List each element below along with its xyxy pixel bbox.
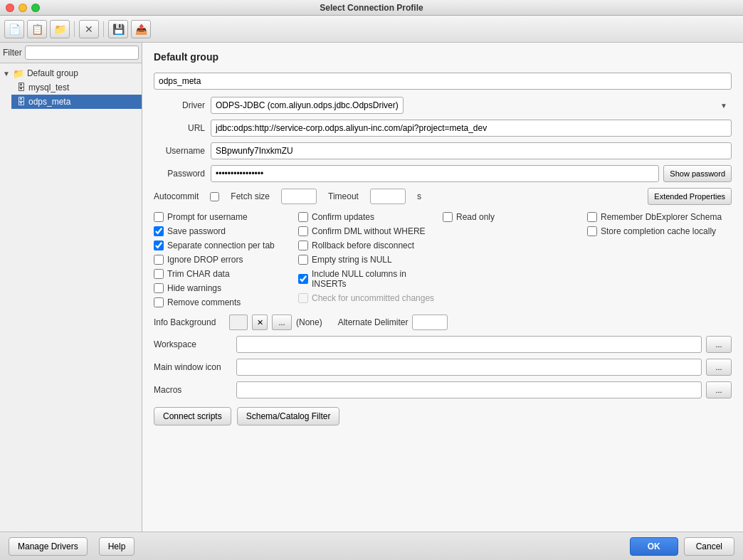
autocommit-checkbox[interactable] <box>210 192 219 201</box>
url-row: URL <box>154 120 732 137</box>
chk-uncommitted-input[interactable] <box>298 293 308 303</box>
username-label: Username <box>154 146 211 156</box>
cancel-button[interactable]: Cancel <box>684 537 734 556</box>
traffic-lights <box>6 4 40 12</box>
chk-empty-string-null: Empty string is NULL <box>298 255 443 265</box>
new-button[interactable]: 📄 <box>4 20 24 38</box>
fetch-size-input[interactable] <box>281 189 317 204</box>
folder-icon: 📁 <box>13 68 24 79</box>
workspace-input[interactable] <box>236 336 702 353</box>
export-button[interactable]: 📤 <box>131 20 151 38</box>
password-input[interactable] <box>211 165 659 182</box>
chk-rollback-input[interactable] <box>298 241 308 250</box>
extended-properties-button[interactable]: Extended Properties <box>648 188 732 205</box>
chk-remember-schema-input[interactable] <box>587 212 597 222</box>
chk-confirm-updates-input[interactable] <box>298 212 308 222</box>
filter-bar: Filter <box>0 43 142 63</box>
help-button[interactable]: Help <box>99 537 135 556</box>
timeout-input[interactable] <box>370 189 406 204</box>
filter-input[interactable] <box>25 46 139 60</box>
chk-include-null-input[interactable] <box>298 274 308 284</box>
password-label: Password <box>154 169 211 179</box>
tree-group-label: Default group <box>27 68 78 78</box>
checkboxes-section: Prompt for username Save password Separa… <box>154 212 732 307</box>
tree-item-odps-meta[interactable]: 🗄 odps_meta <box>11 95 142 109</box>
close-btn[interactable] <box>6 4 14 12</box>
tree-item-mysql-test[interactable]: 🗄 mysql_test <box>11 80 142 95</box>
scripts-row: Connect scripts Schema/Catalog Filter <box>154 407 732 426</box>
chk-confirm-updates-label: Confirm updates <box>312 212 374 222</box>
alt-delim-label: Alternate Delimiter <box>338 317 409 327</box>
chk-remove-comments-input[interactable] <box>154 297 164 307</box>
ok-button[interactable]: OK <box>630 537 678 556</box>
chk-rollback-label: Rollback before disconnect <box>312 241 414 250</box>
chk-include-null: Include NULL columns in INSERTs <box>298 269 443 289</box>
copy-button[interactable]: 📋 <box>27 20 47 38</box>
chk-confirm-dml-label: Confirm DML without WHERE <box>312 226 426 236</box>
driver-select[interactable]: ODPS-JDBC (com.aliyun.odps.jdbc.OdpsDriv… <box>211 97 404 114</box>
tree-item-label-odps: odps_meta <box>28 97 70 107</box>
checkbox-col-4: Remember DbExplorer Schema Store complet… <box>587 212 732 307</box>
delete-button[interactable]: ✕ <box>79 20 99 38</box>
fetch-size-label: Fetch size <box>231 191 270 201</box>
chk-prompt-username-input[interactable] <box>154 212 164 222</box>
timeout-unit: s <box>417 191 421 201</box>
db-icon-mysql: 🗄 <box>17 83 26 93</box>
workspace-label: Workspace <box>154 339 232 349</box>
chk-trim-char-label: Trim CHAR data <box>167 269 230 279</box>
window-title: Select Connection Profile <box>320 3 423 13</box>
chk-confirm-updates: Confirm updates <box>298 212 443 222</box>
chk-rollback: Rollback before disconnect <box>298 241 443 250</box>
checkbox-col-2: Confirm updates Confirm DML without WHER… <box>298 212 443 307</box>
main-window-icon-input[interactable] <box>236 359 702 376</box>
title-bar: Select Connection Profile <box>0 0 743 16</box>
chk-separate-conn: Separate connection per tab <box>154 241 298 250</box>
alt-delim-input[interactable] <box>412 315 448 330</box>
chk-ignore-drop-input[interactable] <box>154 255 164 265</box>
info-bg-color-box[interactable] <box>229 315 248 330</box>
manage-drivers-button[interactable]: Manage Drivers <box>9 537 88 556</box>
toolbar-separator-1 <box>74 21 75 37</box>
save-button[interactable]: 💾 <box>108 20 128 38</box>
workspace-browse-button[interactable]: ... <box>706 336 732 353</box>
chk-read-only: Read only <box>443 212 587 222</box>
chk-save-password-input[interactable] <box>154 226 164 236</box>
chk-read-only-label: Read only <box>456 212 495 222</box>
info-bg-clear-button[interactable]: ✕ <box>252 315 268 330</box>
tree-group-default[interactable]: ▼ 📁 Default group <box>0 66 142 80</box>
schema-catalog-filter-button[interactable]: Schema/Catalog Filter <box>237 407 340 426</box>
profile-name-input[interactable] <box>154 73 732 90</box>
chk-remember-schema: Remember DbExplorer Schema <box>587 212 732 222</box>
macros-browse-button[interactable]: ... <box>706 381 732 398</box>
chk-trim-char-input[interactable] <box>154 269 164 279</box>
chk-store-cache-input[interactable] <box>587 226 597 236</box>
minimize-btn[interactable] <box>19 4 27 12</box>
chk-confirm-dml-input[interactable] <box>298 226 308 236</box>
driver-row: Driver ODPS-JDBC (com.aliyun.odps.jdbc.O… <box>154 97 732 114</box>
show-password-button[interactable]: Show password <box>663 165 732 182</box>
url-input[interactable] <box>211 120 732 137</box>
chk-empty-string-null-input[interactable] <box>298 255 308 265</box>
chk-separate-conn-input[interactable] <box>154 241 164 250</box>
chk-read-only-input[interactable] <box>443 212 453 222</box>
main-window-icon-browse-button[interactable]: ... <box>706 359 732 376</box>
info-bg-more-button[interactable]: ... <box>272 315 292 330</box>
folder-button[interactable]: 📁 <box>50 20 70 38</box>
toolbar: 📄 📋 📁 ✕ 💾 📤 <box>0 16 743 43</box>
macros-input[interactable] <box>236 381 702 398</box>
chk-remove-comments: Remove comments <box>154 297 298 307</box>
chk-save-password-label: Save password <box>167 226 226 236</box>
chk-save-password: Save password <box>154 226 298 236</box>
panel-title: Default group <box>154 51 732 63</box>
autocommit-label: Autocommit <box>154 191 199 201</box>
chk-hide-warnings-input[interactable] <box>154 283 164 293</box>
chk-uncommitted-label: Check for uncommitted changes <box>312 293 434 303</box>
main-window-icon-row: Main window icon ... <box>154 359 732 376</box>
chk-ignore-drop-label: Ignore DROP errors <box>167 255 243 265</box>
db-icon-odps: 🗄 <box>17 97 26 107</box>
main-window-icon-label: Main window icon <box>154 362 232 372</box>
chevron-down-icon: ▼ <box>720 102 727 110</box>
connect-scripts-button[interactable]: Connect scripts <box>154 407 231 426</box>
username-input[interactable] <box>211 142 732 159</box>
maximize-btn[interactable] <box>31 4 40 12</box>
